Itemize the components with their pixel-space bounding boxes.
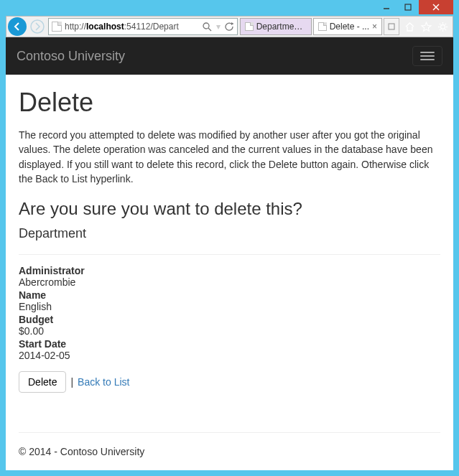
svg-line-6	[208, 28, 211, 31]
tab-label: Delete - ...	[330, 22, 369, 32]
back-button[interactable]	[6, 17, 28, 37]
tools-icon[interactable]	[437, 22, 448, 32]
start-date-value: 2014-02-05	[19, 350, 440, 361]
svg-point-4	[31, 20, 44, 33]
administrator-value: Abercrombie	[19, 276, 440, 288]
delete-button[interactable]: Delete	[19, 371, 66, 393]
command-bar	[400, 17, 453, 37]
home-icon[interactable]	[404, 22, 415, 32]
page-viewport: Contoso University Delete The record you…	[6, 37, 453, 470]
svg-point-5	[203, 23, 209, 29]
page-content: Delete The record you attempted to delet…	[6, 75, 453, 432]
browser-window: http://localhost:54112/Depart ▾ Departme…	[0, 0, 459, 476]
url-text: http://localhost:54112/Depart	[65, 22, 200, 32]
page-icon	[52, 22, 62, 32]
tab-delete[interactable]: Delete - ... ×	[313, 18, 382, 35]
entity-heading: Department	[19, 226, 440, 241]
detail-list: Administrator Abercrombie Name English B…	[19, 265, 440, 361]
tab-label: Department...	[256, 22, 307, 32]
navbar-brand[interactable]: Contoso University	[17, 49, 125, 64]
browser-toolbar: http://localhost:54112/Depart ▾ Departme…	[6, 16, 453, 37]
minimize-button[interactable]	[376, 0, 397, 14]
navbar-toggle[interactable]	[412, 46, 442, 66]
close-tab-icon[interactable]: ×	[372, 22, 377, 32]
concurrency-message: The record you attempted to delete was m…	[19, 128, 440, 186]
svg-line-15	[445, 24, 446, 24]
svg-rect-1	[405, 4, 411, 10]
tab-strip: Department... Delete - ... ×	[239, 17, 400, 37]
new-tab-button[interactable]	[384, 18, 399, 35]
budget-label: Budget	[19, 314, 440, 325]
budget-value: $0.00	[19, 325, 440, 337]
name-value: English	[19, 301, 440, 312]
address-bar[interactable]: http://localhost:54112/Depart ▾	[48, 18, 238, 35]
confirm-heading: Are you sure you want to delete this?	[19, 199, 440, 219]
page-icon	[318, 22, 327, 31]
favorites-icon[interactable]	[421, 22, 432, 32]
window-titlebar	[6, 0, 453, 16]
svg-line-16	[440, 29, 440, 29]
svg-point-8	[441, 24, 445, 29]
back-to-list-link[interactable]: Back to List	[78, 376, 129, 388]
forward-button[interactable]	[28, 17, 47, 37]
page-footer: © 2014 - Contoso University	[6, 433, 453, 470]
site-navbar: Contoso University	[6, 37, 453, 75]
close-button[interactable]	[419, 0, 453, 14]
address-bar-controls: ▾	[200, 22, 234, 32]
svg-line-13	[440, 24, 440, 24]
svg-line-14	[445, 29, 446, 29]
page-title: Delete	[19, 88, 440, 118]
maximize-button[interactable]	[397, 0, 419, 14]
form-actions: Delete | Back to List	[19, 371, 440, 393]
action-separator: |	[70, 376, 73, 388]
svg-rect-7	[389, 24, 394, 29]
administrator-label: Administrator	[19, 265, 440, 276]
divider	[19, 254, 440, 255]
search-icon[interactable]	[203, 22, 212, 32]
start-date-label: Start Date	[19, 338, 440, 350]
tab-departments[interactable]: Department...	[240, 18, 312, 35]
name-label: Name	[19, 289, 440, 301]
page-icon	[245, 22, 254, 31]
refresh-icon[interactable]	[225, 22, 234, 32]
